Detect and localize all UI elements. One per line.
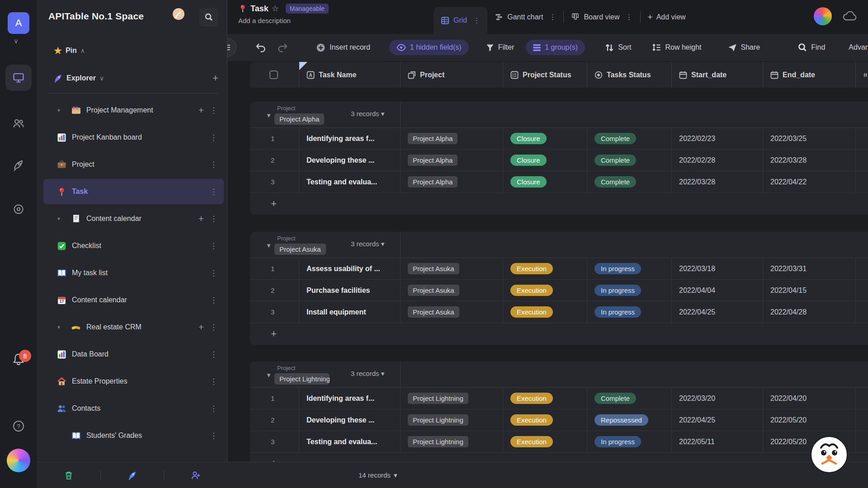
checkbox-icon[interactable] (269, 70, 278, 79)
more-icon[interactable]: ⋮ (210, 241, 217, 251)
add-record-row[interactable]: + (250, 193, 868, 215)
row-number-cell[interactable]: 2 (250, 409, 299, 431)
column-header-end-date[interactable]: End_date (763, 62, 855, 88)
tasks-status-cell[interactable]: Complete (587, 171, 671, 192)
contacts-button[interactable] (12, 117, 25, 130)
expand-triangle-icon[interactable]: ▾ (57, 216, 64, 222)
add-node-button[interactable]: + (198, 105, 204, 116)
start-date-cell[interactable]: 2022/04/25 (671, 301, 763, 323)
templates-button[interactable] (12, 158, 25, 172)
tasks-status-cell[interactable]: Complete (587, 150, 671, 171)
column-header-start-date[interactable]: Start_date (671, 62, 763, 88)
start-date-cell[interactable]: 2022/04/25 (671, 409, 763, 431)
tasks-status-cell[interactable]: In progress (587, 258, 671, 279)
end-date-cell[interactable]: 2022/04/20 (763, 388, 855, 409)
more-icon[interactable]: ⋮ (210, 214, 217, 224)
extra-cell[interactable] (855, 431, 868, 452)
table-row[interactable]: 2Developing these ...Project LightningEx… (250, 409, 868, 431)
group-value-chip[interactable]: Project Alpha (274, 113, 324, 125)
space-title[interactable]: APITable No.1 Space (48, 11, 144, 22)
workbench-button[interactable] (5, 65, 32, 91)
table-row[interactable]: 2Developing these ...Project AlphaClosur… (250, 150, 868, 171)
project-cell[interactable]: Project Alpha (400, 128, 503, 149)
tasks-status-cell[interactable]: Repossessed (587, 409, 671, 431)
sidebar-item-checklist[interactable]: Checklist⋮ (37, 232, 227, 259)
sidebar-item-content-calendar[interactable]: 17Content calendar⋮ (37, 286, 227, 314)
group-value-chip[interactable]: Project Lightning (274, 373, 330, 385)
group-header[interactable]: ▼ProjectProject Alpha3 records ▾ (250, 102, 868, 128)
tasks-status-cell[interactable]: In progress (587, 431, 671, 452)
tasks-status-cell[interactable]: In progress (587, 301, 671, 323)
project-cell[interactable]: Project Lightning (400, 431, 503, 452)
task-name-cell[interactable]: Identifying areas f... (299, 128, 400, 149)
column-header-project-status[interactable]: Project Status (503, 62, 587, 88)
add-node-button[interactable]: + (198, 213, 204, 224)
chevron-down-icon[interactable]: ∨ (14, 37, 19, 45)
settings-button[interactable] (12, 202, 25, 216)
more-icon[interactable]: ⋮ (210, 133, 217, 142)
record-count[interactable]: 14 records ▾ (359, 471, 397, 479)
sidebar-item-contacts[interactable]: Contacts⋮ (37, 395, 227, 422)
end-date-cell[interactable]: 2022/03/31 (763, 258, 855, 279)
project-status-cell[interactable]: Execution (503, 301, 587, 323)
more-icon[interactable]: ⋮ (210, 106, 217, 115)
extra-cell[interactable] (855, 258, 868, 279)
sidebar-item-data-board[interactable]: Data Board⋮ (37, 341, 227, 368)
end-date-cell[interactable]: 2022/04/28 (763, 301, 855, 323)
tasks-status-cell[interactable]: Complete (587, 128, 671, 149)
row-number-cell[interactable]: 1 (250, 128, 299, 149)
start-date-cell[interactable]: 2022/02/23 (671, 128, 763, 149)
add-record-row[interactable]: + (250, 323, 868, 345)
table-row[interactable]: 3Install equipmentProject AsukaExecution… (250, 301, 868, 323)
select-all-cell[interactable] (250, 62, 299, 88)
extra-cell[interactable] (855, 409, 868, 431)
project-cell[interactable]: Project Asuka (400, 280, 503, 301)
rocket-button[interactable] (101, 470, 164, 480)
row-number-cell[interactable]: 3 (250, 431, 299, 452)
table-row[interactable]: 1Identifying areas f...Project AlphaClos… (250, 128, 868, 150)
start-date-cell[interactable]: 2022/03/20 (671, 388, 763, 409)
task-name-cell[interactable]: Developing these ... (299, 409, 400, 431)
task-name-cell[interactable]: Purchase facilities (299, 280, 400, 301)
group-value-chip[interactable]: Project Asuka (274, 244, 326, 255)
more-icon[interactable]: ⋮ (210, 404, 217, 413)
project-cell[interactable]: Project Asuka (400, 301, 503, 323)
start-date-cell[interactable]: 2022/04/04 (671, 280, 763, 301)
project-cell[interactable]: Project Alpha (400, 150, 503, 171)
more-icon[interactable]: ⋮ (210, 350, 217, 359)
tasks-status-cell[interactable]: In progress (587, 280, 671, 301)
column-header-partial[interactable] (855, 62, 868, 88)
project-status-cell[interactable]: Closure (503, 150, 587, 171)
project-status-cell[interactable]: Execution (503, 388, 587, 409)
more-icon[interactable]: ⋮ (210, 323, 217, 332)
more-icon[interactable]: ⋮ (210, 268, 217, 278)
extra-cell[interactable] (855, 150, 868, 171)
more-icon[interactable]: ⋮ (210, 377, 217, 386)
more-icon[interactable]: ⋮ (210, 160, 217, 169)
table-row[interactable]: 3Testing and evalua...Project AlphaClosu… (250, 171, 868, 193)
row-number-cell[interactable]: 2 (250, 150, 299, 171)
sidebar-item-content-calendar[interactable]: ▾Content calendar+⋮ (37, 205, 227, 232)
edit-space-icon[interactable] (173, 8, 184, 20)
sidebar-item-students-grades[interactable]: Students' Grades⋮ (37, 422, 227, 449)
more-icon[interactable]: ⋮ (210, 187, 217, 197)
task-name-cell[interactable]: Assess usability of ... (299, 258, 400, 279)
row-number-cell[interactable]: 1 (250, 258, 299, 279)
extra-cell[interactable] (855, 280, 868, 301)
sidebar-item-task[interactable]: Task⋮ (37, 178, 227, 205)
table-row[interactable]: 1Assess usability of ...Project AsukaExe… (250, 258, 868, 280)
collapse-group-icon[interactable]: ▼ (266, 242, 272, 249)
sidebar-item-my-task-list[interactable]: My task list⋮ (37, 259, 227, 286)
pin-section[interactable]: ★ Pin ∧ (54, 45, 85, 56)
start-date-cell[interactable]: 2022/03/18 (671, 258, 763, 279)
project-status-cell[interactable]: Execution (503, 431, 587, 452)
end-date-cell[interactable]: 2022/04/15 (763, 280, 855, 301)
group-record-count[interactable]: 3 records ▾ (351, 370, 384, 378)
space-avatar[interactable]: A (8, 12, 29, 34)
project-status-cell[interactable]: Closure (503, 171, 587, 192)
project-status-cell[interactable]: Execution (503, 258, 587, 279)
row-number-cell[interactable]: 1 (250, 388, 299, 409)
user-avatar[interactable] (7, 449, 30, 472)
more-icon[interactable]: ⋮ (210, 431, 217, 441)
explorer-section[interactable]: Explorer ∨ + (54, 72, 218, 84)
